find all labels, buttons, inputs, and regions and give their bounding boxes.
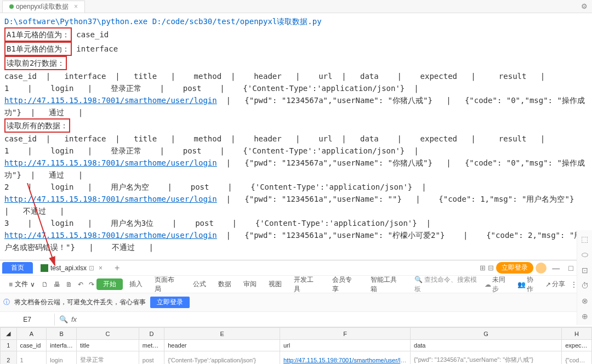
add-tab-button[interactable]: + — [110, 263, 124, 273]
command-line: D:\software\Python37\python.exe D:/code/… — [4, 15, 588, 27]
cloud-backup-banner: ⓘ 将文档备份云端，可避免文件丢失，省心省事 立即登录 × — [0, 293, 592, 312]
cell[interactable]: {"pwd": "1234567a","userName": "你猪八戒"} — [411, 351, 562, 365]
gear-icon[interactable]: ⚙ — [581, 2, 588, 10]
home-tab[interactable]: 首页 — [2, 262, 33, 274]
cell[interactable]: data — [411, 340, 562, 351]
formula-input[interactable] — [81, 313, 592, 326]
close-icon[interactable]: × — [99, 264, 103, 272]
cell[interactable]: post — [139, 351, 164, 365]
data-row: 2 | login | 用户名为空 | post | {'Content-Typ… — [4, 181, 588, 217]
avatar[interactable] — [536, 263, 547, 274]
menu-insert[interactable]: 插入 — [124, 278, 148, 290]
menu-dev[interactable]: 开发工具 — [288, 274, 326, 295]
url-link[interactable]: http://47.115.15.198:7001/smarthome/user… — [4, 231, 217, 240]
save-icon[interactable]: 🗋 — [41, 280, 49, 289]
cell[interactable]: header — [164, 340, 280, 351]
spreadsheet-app: 首页 test_api.xlsx ⊡ × + ⊞ ⊟ 立即登录 — □ × ≡ … — [0, 260, 592, 364]
col-header[interactable]: A — [16, 328, 47, 340]
b1-label: B1单元格的值为： — [4, 42, 72, 56]
cell[interactable]: url — [280, 340, 410, 351]
data-row: 1 | login | 登录正常 | post | {'Content-Type… — [4, 82, 588, 118]
menu-review[interactable]: 审阅 — [238, 278, 262, 290]
cell[interactable]: http://47.115.15.198:7001/smarthome/user… — [280, 351, 410, 365]
grid-icon[interactable]: ⊞ — [480, 264, 486, 272]
file-tab[interactable]: test_api.xlsx ⊡ × — [36, 263, 107, 273]
spreadsheet-menubar: ≡ 文件 ∨ 🗋 🖶 🗎 ↶ ↷ 开始 插入 页面布局 公式 数据 审阅 视图 … — [0, 276, 592, 293]
console-tab[interactable]: openpyxl读取数据 × — [2, 1, 85, 13]
fx-icon[interactable]: fx — [71, 315, 77, 323]
cell[interactable]: {'Content-Type':'application/json'} — [164, 351, 280, 365]
pin-icon[interactable]: ⊡ — [89, 264, 94, 272]
cell-reference[interactable]: E7 — [0, 314, 55, 326]
redo-icon[interactable]: ↷ — [88, 280, 95, 289]
search-input[interactable]: 🔍 查找命令、搜索模板 — [414, 275, 483, 294]
login-button[interactable]: 立即登录 — [496, 262, 533, 274]
preview-icon[interactable]: 🗎 — [65, 280, 73, 289]
menu-vip[interactable]: 会员专享 — [327, 274, 364, 295]
clock-icon[interactable]: ⏱ — [581, 281, 589, 290]
col-header[interactable]: F — [280, 328, 410, 340]
menu-view[interactable]: 视图 — [263, 278, 287, 290]
table-row[interactable]: 1 case_id interface title method header … — [1, 340, 592, 351]
console-tab-bar: openpyxl读取数据 × ⚙ — [0, 0, 592, 13]
selection-icon[interactable]: ⬭ — [582, 250, 588, 259]
print-icon[interactable]: 🖶 — [53, 280, 61, 289]
share-button[interactable]: ↗ 分享 — [545, 275, 565, 294]
column-header-row: ◢ A B C D E F G H — [1, 328, 592, 340]
cell[interactable]: 登录正常 — [77, 351, 139, 365]
url-link[interactable]: http://47.115.15.198:7001/smarthome/user… — [4, 195, 217, 203]
col-header[interactable]: C — [77, 328, 139, 340]
cell[interactable]: {"code": "0" — [562, 351, 592, 365]
a1-label: A1单元格的值为： — [4, 27, 72, 42]
name-search-icon[interactable]: 🔍 — [59, 315, 68, 323]
data-row: 1 | login | 登录正常 | post | {'Content-Type… — [4, 145, 588, 181]
url-link[interactable]: http://47.115.15.198:7001/smarthome/user… — [4, 158, 217, 167]
col-header[interactable]: D — [139, 328, 164, 340]
file-menu[interactable]: ≡ 文件 ∨ — [4, 278, 39, 290]
link-icon[interactable]: ⊗ — [582, 297, 588, 305]
row-header[interactable]: 2 — [1, 351, 17, 365]
cell[interactable]: expected — [562, 340, 592, 351]
row-header[interactable]: 1 — [1, 340, 17, 351]
more-tools-icon[interactable]: ⊕ — [582, 312, 588, 321]
info-icon: ⓘ — [3, 298, 10, 307]
spreadsheet-grid[interactable]: ◢ A B C D E F G H 1 case_id interface ti… — [0, 327, 592, 364]
cell[interactable]: interface — [47, 340, 77, 351]
cell[interactable]: method — [139, 340, 164, 351]
menu-data[interactable]: 数据 — [213, 278, 237, 290]
col-header[interactable]: E — [164, 328, 280, 340]
col-header[interactable]: G — [411, 328, 562, 340]
select-all-corner[interactable]: ◢ — [1, 328, 17, 340]
menu-layout[interactable]: 页面布局 — [149, 274, 186, 295]
table-row[interactable]: 2 1 login 登录正常 post {'Content-Type':'app… — [1, 351, 592, 365]
menu-ai[interactable]: 智能工具箱 — [365, 274, 409, 295]
minimize-icon[interactable]: — — [549, 263, 563, 274]
formula-bar: E7 🔍 fx — [0, 312, 592, 327]
start-menu[interactable]: 开始 — [96, 278, 123, 290]
col-header[interactable]: B — [47, 328, 77, 340]
select-icon[interactable]: ⬚ — [581, 235, 588, 243]
col-header[interactable]: H — [562, 328, 592, 340]
data-row: 3 | login | 用户名为3位 | post | {'Content-Ty… — [4, 217, 588, 253]
cell[interactable]: login — [47, 351, 77, 365]
banner-login-button[interactable]: 立即登录 — [150, 297, 190, 308]
section-2-label: 读取所有的数据： — [4, 118, 70, 133]
section-1-label: 读取前2行数据： — [4, 56, 67, 70]
url-link: http://47.115.15.198:7001/smarthome/user… — [283, 357, 411, 363]
maximize-icon[interactable]: □ — [565, 263, 576, 274]
close-icon[interactable]: × — [74, 3, 78, 10]
url-link[interactable]: http://47.115.15.198:7001/smarthome/user… — [4, 96, 217, 105]
console-tab-title: openpyxl读取数据 — [16, 2, 69, 12]
a1-value: case_id — [76, 30, 109, 39]
sync-status[interactable]: ☁未同步 — [485, 275, 512, 294]
list-icon[interactable]: ⊟ — [488, 264, 494, 272]
file-name: test_api.xlsx — [50, 264, 87, 272]
collab-button[interactable]: 👥 协作 — [517, 275, 540, 294]
cell[interactable]: 1 — [16, 351, 47, 365]
settings-icon[interactable]: ⊡ — [582, 266, 588, 275]
menu-formula[interactable]: 公式 — [187, 278, 212, 290]
header-line: case_id | interface | title | method | h… — [4, 133, 588, 145]
cell[interactable]: title — [77, 340, 139, 351]
cell[interactable]: case_id — [16, 340, 47, 351]
undo-icon[interactable]: ↶ — [77, 280, 84, 289]
